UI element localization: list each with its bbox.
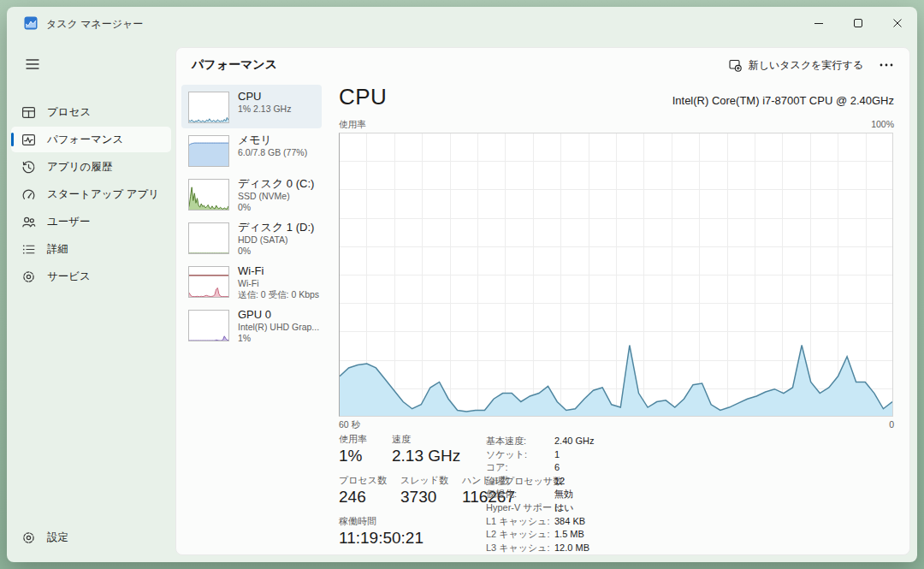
- content-panel: パフォーマンス 新しいタスクを実行する: [175, 47, 910, 555]
- metric-sub: 1% 2.13 GHz: [238, 104, 320, 115]
- stat-label: 稼働時間: [339, 515, 424, 528]
- metric-sub: 0%: [238, 202, 320, 213]
- hamburger-icon: [26, 58, 39, 70]
- minimize-button[interactable]: [799, 7, 838, 39]
- details-icon: [21, 242, 36, 257]
- cpu-detail-specs: 基本速度:2.40 GHz ソケット:1 コア:6 論理プロセッサ数:12 仮想…: [486, 435, 594, 554]
- stat-label: スレッド数: [400, 474, 452, 487]
- metric-sub: SSD (NVMe): [238, 191, 320, 202]
- app-history-icon: [21, 160, 36, 175]
- navigation-menu-button[interactable]: [17, 51, 48, 77]
- sidebar-item-label: 詳細: [47, 242, 68, 257]
- sidebar-item-label: アプリの履歴: [47, 160, 112, 175]
- metric-name: ディスク 0 (C:): [238, 177, 320, 191]
- sidebar-item-performance[interactable]: パフォーマンス: [11, 127, 171, 152]
- task-manager-window: タスク マネージャー プロセス: [7, 7, 917, 562]
- desktop: { "window": { "title": "タスク マネージャー" }, "…: [0, 0, 924, 569]
- sidebar-item-settings[interactable]: 設定: [11, 525, 171, 550]
- cpu-sparkline: [188, 92, 229, 123]
- spec-label: L2 キャッシュ:: [486, 528, 554, 542]
- stat-value-usage: 1%: [339, 446, 382, 466]
- gpu0-sparkline: [188, 310, 229, 341]
- metric-name: メモリ: [238, 133, 320, 147]
- metric-name: GPU 0: [238, 308, 320, 322]
- metric-name: Wi-Fi: [238, 264, 320, 278]
- list-item-memory[interactable]: メモリ 6.0/7.8 GB (77%): [181, 128, 322, 172]
- more-icon: [880, 63, 893, 67]
- sidebar-item-label: 設定: [47, 530, 68, 545]
- spec-label: L1 キャッシュ:: [486, 515, 554, 529]
- stat-value-threads: 3730: [400, 487, 452, 507]
- processor-name: Intel(R) Core(TM) i7-8700T CPU @ 2.40GHz: [672, 94, 894, 107]
- metric-sub: 1%: [238, 333, 320, 344]
- performance-metric-list: CPU 1% 2.13 GHz メモリ 6.0/7.8 GB (77%) ディス…: [181, 85, 322, 347]
- sidebar-item-startup-apps[interactable]: スタートアップ アプリ: [11, 181, 171, 207]
- chart-ylabel: 使用率: [339, 119, 366, 131]
- processes-icon: [21, 105, 36, 120]
- cpu-usage-chart[interactable]: [339, 133, 893, 417]
- page-title: パフォーマンス: [192, 57, 277, 73]
- spec-label: 基本速度:: [486, 435, 554, 448]
- sidebar-item-users[interactable]: ユーザー: [11, 209, 171, 234]
- metric-sub: Intel(R) UHD Grap...: [238, 322, 320, 333]
- stat-label: 速度: [392, 433, 460, 446]
- titlebar[interactable]: タスク マネージャー: [7, 7, 917, 39]
- cpu-detail-pane: CPU Intel(R) Core(TM) i7-8700T CPU @ 2.4…: [339, 84, 895, 549]
- list-item-wifi[interactable]: Wi-Fi Wi-Fi 送信: 0 受信: 0 Kbps: [181, 259, 322, 303]
- spec-label: Hyper-V サポート:: [486, 501, 554, 515]
- close-icon: [891, 16, 904, 30]
- metric-sub: HDD (SATA): [238, 234, 320, 246]
- sidebar-item-processes[interactable]: プロセス: [11, 99, 171, 125]
- metric-sub: 0%: [238, 246, 320, 257]
- cpu-pane-title: CPU: [339, 84, 387, 110]
- spec-value: 12.0 MB: [554, 542, 589, 555]
- memory-sparkline: [188, 135, 229, 167]
- users-icon: [21, 215, 36, 229]
- disk1-sparkline: [188, 222, 229, 254]
- spec-value: 12: [554, 475, 565, 489]
- settings-gear-icon: [21, 530, 36, 545]
- run-new-task-label: 新しいタスクを実行する: [749, 58, 863, 73]
- list-item-gpu0[interactable]: GPU 0 Intel(R) UHD Grap... 1%: [181, 303, 322, 347]
- sidebar-item-details[interactable]: 詳細: [11, 236, 171, 262]
- spec-value: 1: [554, 448, 560, 462]
- metric-name: ディスク 1 (D:): [238, 221, 320, 234]
- chart-xmin-label: 0: [889, 419, 894, 431]
- stat-value-processes: 246: [339, 487, 390, 507]
- list-item-disk1[interactable]: ディスク 1 (D:) HDD (SATA) 0%: [181, 216, 322, 259]
- list-item-cpu[interactable]: CPU 1% 2.13 GHz: [181, 85, 322, 128]
- window-title: タスク マネージャー: [46, 17, 143, 32]
- task-manager-app-icon: [24, 16, 38, 30]
- chart-ymax-label: 100%: [871, 119, 894, 131]
- spec-value: 384 KB: [554, 515, 585, 529]
- sidebar-item-services[interactable]: サービス: [11, 264, 171, 289]
- maximize-button[interactable]: [838, 7, 878, 39]
- spec-label: ソケット:: [486, 448, 554, 462]
- minimize-icon: [812, 16, 826, 30]
- sidebar: プロセス パフォーマンス アプリの履歴 スタートアップ アプリ: [7, 39, 175, 562]
- metric-name: CPU: [238, 90, 320, 104]
- sidebar-item-label: スタートアップ アプリ: [47, 187, 159, 202]
- sidebar-item-label: ユーザー: [47, 215, 91, 229]
- more-options-button[interactable]: [872, 54, 901, 76]
- metric-sub: 6.0/7.8 GB (77%): [238, 147, 320, 158]
- services-icon: [21, 270, 36, 284]
- chart-xmax-label: 60 秒: [339, 419, 360, 431]
- spec-label: 仮想化:: [486, 488, 554, 501]
- spec-value: 6: [554, 461, 560, 475]
- spec-value: 2.40 GHz: [554, 435, 594, 448]
- performance-icon: [21, 133, 36, 147]
- spec-value: 無効: [554, 488, 573, 501]
- metric-sub: 送信: 0 受信: 0 Kbps: [238, 289, 320, 300]
- sidebar-item-app-history[interactable]: アプリの履歴: [11, 154, 171, 180]
- wifi-sparkline: [188, 266, 229, 298]
- panel-header: パフォーマンス 新しいタスクを実行する: [176, 48, 909, 82]
- stat-label: 使用率: [339, 433, 382, 446]
- run-new-task-button[interactable]: 新しいタスクを実行する: [720, 54, 872, 77]
- spec-value: 1.5 MB: [554, 528, 584, 542]
- stat-label: プロセス数: [339, 474, 390, 487]
- close-button[interactable]: [878, 7, 917, 39]
- list-item-disk0[interactable]: ディスク 0 (C:) SSD (NVMe) 0%: [181, 172, 322, 216]
- sidebar-item-label: パフォーマンス: [47, 133, 123, 147]
- stat-value-speed: 2.13 GHz: [392, 446, 460, 466]
